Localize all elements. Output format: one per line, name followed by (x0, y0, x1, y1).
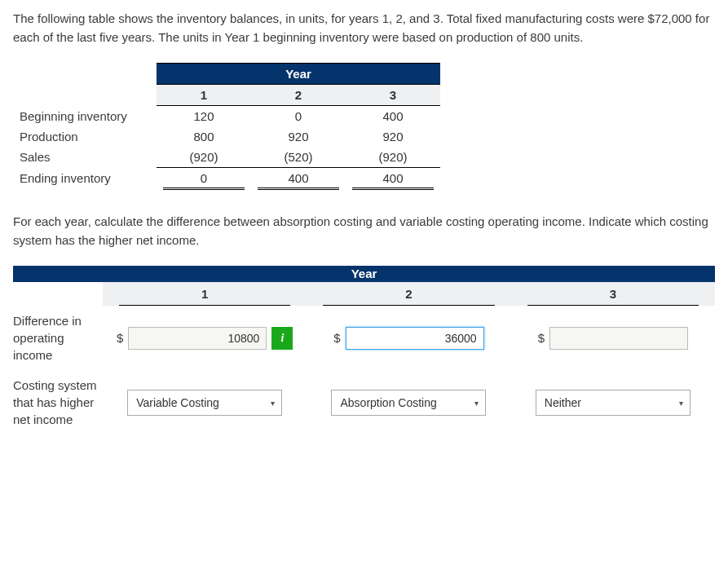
col-year-3: 3 (346, 85, 440, 106)
answer-year-header-bar: Year (13, 266, 715, 282)
chevron-down-icon: ▾ (474, 398, 479, 407)
chevron-down-icon: ▾ (679, 398, 683, 407)
difference-input-year-1[interactable] (128, 327, 267, 350)
dollar-sign: $ (117, 331, 123, 345)
cell-beg-y1: 120 (157, 106, 251, 127)
costing-select-year-2[interactable]: Absorption Costing ▾ (331, 390, 486, 416)
row-beginning-inventory: Beginning inventory (13, 106, 157, 127)
intro-paragraph: The following table shows the inventory … (13, 10, 715, 46)
select-value: Absorption Costing (340, 396, 436, 409)
dollar-sign: $ (333, 331, 340, 345)
difference-input-year-2[interactable] (346, 327, 484, 350)
cell-beg-y3: 400 (346, 106, 440, 127)
instructions-paragraph: For each year, calculate the difference … (13, 213, 715, 249)
cell-sales-y1: (920) (157, 147, 251, 168)
row-ending-inventory: Ending inventory (13, 168, 157, 189)
select-value: Variable Costing (136, 396, 219, 409)
row-difference-label: Difference in operating income (13, 306, 103, 370)
cell-sales-y3: (920) (346, 147, 440, 168)
answer-col-3: 3 (511, 282, 715, 306)
row-sales: Sales (13, 147, 157, 168)
col-year-1: 1 (157, 85, 251, 106)
cell-prod-y1: 800 (157, 126, 251, 147)
select-value: Neither (545, 396, 581, 409)
difference-input-year-3[interactable] (549, 327, 688, 350)
cell-beg-y2: 0 (251, 106, 346, 127)
cell-prod-y2: 920 (251, 126, 346, 147)
dollar-sign: $ (538, 331, 545, 345)
cell-end-y3: 400 (346, 168, 440, 189)
chevron-down-icon: ▾ (271, 398, 275, 407)
answer-table: Year 1 2 3 Difference in operating incom… (13, 266, 715, 434)
answer-col-2: 2 (307, 282, 510, 306)
cell-prod-y3: 920 (346, 126, 440, 147)
inventory-table: Year 1 2 3 Beginning inventory 120 0 400… (13, 63, 440, 188)
cell-sales-y2: (520) (251, 147, 346, 168)
cell-end-y2: 400 (251, 168, 346, 189)
col-year-2: 2 (251, 85, 346, 106)
row-production: Production (13, 126, 157, 147)
row-costing-system-label: Costing system that has higher net incom… (13, 370, 103, 434)
answer-col-1: 1 (103, 282, 307, 306)
cell-end-y1: 0 (157, 168, 251, 189)
year-header: Year (157, 64, 440, 85)
answer-year-label: Year (351, 266, 377, 282)
info-icon[interactable]: i (271, 327, 293, 350)
costing-select-year-1[interactable]: Variable Costing ▾ (127, 390, 282, 416)
costing-select-year-3[interactable]: Neither ▾ (536, 390, 690, 416)
